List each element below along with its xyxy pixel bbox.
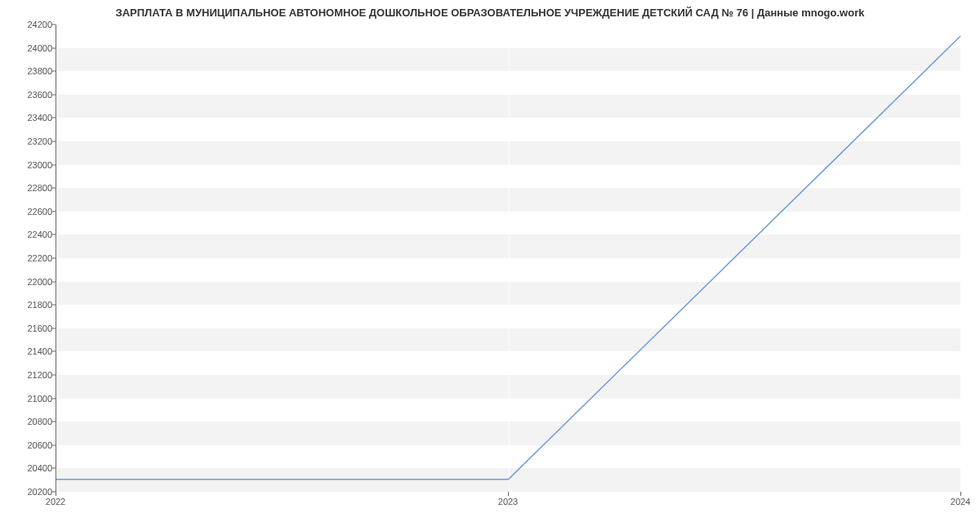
y-tick-label: 21200 [3,370,52,380]
y-tick-mark [51,258,56,259]
x-tick-mark [508,492,509,496]
y-tick-mark [51,188,56,189]
y-tick-mark [51,94,56,95]
y-tick-label: 21800 [3,300,52,310]
y-tick-label: 24200 [3,20,52,29]
y-tick-mark [51,422,56,422]
y-tick-label: 20400 [3,463,52,473]
y-tick-mark [51,351,56,352]
y-tick-label: 23600 [3,90,52,100]
plot-area [56,25,960,492]
x-tick-label: 2022 [46,497,65,506]
y-tick-label: 22800 [3,183,52,193]
y-tick-mark [51,468,56,469]
y-tick-mark [51,328,56,328]
y-tick-mark [51,25,56,25]
y-tick-label: 23400 [3,113,52,123]
y-tick-mark [51,305,56,306]
y-tick-mark [51,211,56,212]
y-tick-label: 21000 [3,394,52,404]
y-tick-mark [51,164,56,165]
y-tick-label: 23200 [3,136,52,146]
y-tick-label: 22600 [3,207,52,216]
y-tick-mark [51,71,56,72]
y-tick-mark [51,118,56,118]
y-tick-label: 23000 [3,160,52,170]
y-tick-mark [51,234,56,235]
y-tick-label: 20600 [3,440,52,450]
y-tick-mark [51,281,56,282]
y-tick-label: 23800 [3,66,52,76]
y-tick-label: 21400 [3,346,52,356]
y-tick-label: 22200 [3,253,52,263]
y-tick-mark [51,398,56,399]
x-gridline [961,25,962,491]
x-tick-mark [960,492,961,496]
y-tick-mark [51,47,56,48]
y-tick-mark [51,375,56,376]
y-tick-label: 20200 [3,487,52,497]
series-line [56,36,960,479]
x-tick-label: 2024 [951,497,970,506]
chart-title: ЗАРПЛАТА В МУНИЦИПАЛЬНОЕ АВТОНОМНОЕ ДОШК… [0,0,980,19]
y-tick-label: 24000 [3,43,52,53]
x-tick-label: 2023 [498,497,518,506]
y-tick-label: 21600 [3,324,52,333]
x-tick-mark [56,492,56,496]
y-tick-mark [51,141,56,142]
y-tick-label: 22400 [3,230,52,239]
y-tick-label: 20800 [3,417,52,426]
y-tick-mark [51,444,56,445]
chart-container: ЗАРПЛАТА В МУНИЦИПАЛЬНОЕ АВТОНОМНОЕ ДОШК… [0,0,980,531]
y-tick-label: 22000 [3,277,52,287]
line-series [56,25,960,491]
